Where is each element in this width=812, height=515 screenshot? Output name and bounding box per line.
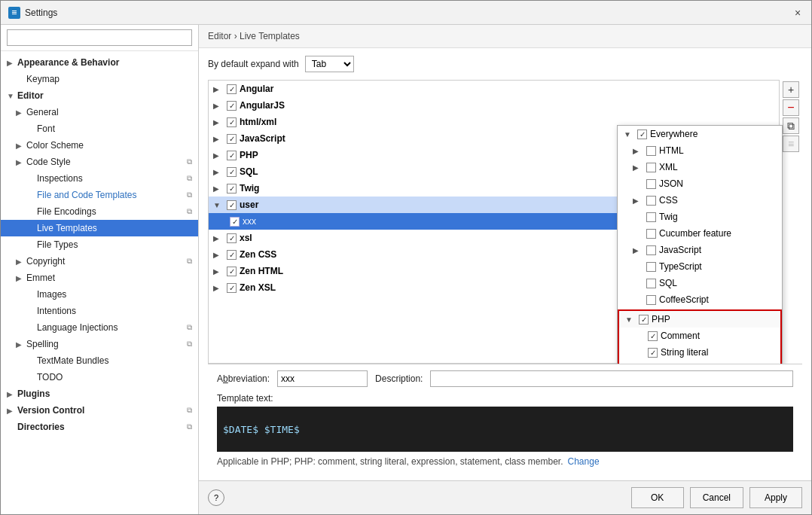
sidebar-item-textmatebundles[interactable]: TextMate Bundles (1, 352, 198, 369)
dropdown-everywhere-checkbox[interactable] (637, 130, 647, 139)
dropdown-label: String literal (661, 347, 708, 358)
sidebar-item-todo[interactable]: TODO (1, 369, 198, 385)
group-checkbox[interactable] (227, 151, 237, 160)
group-checkbox[interactable] (227, 200, 237, 210)
item-checkbox[interactable] (230, 217, 240, 227)
sidebar-item-languageinjections[interactable]: Language Injections ⧉ (1, 319, 198, 336)
window-title: Settings (25, 8, 57, 18)
dropdown-typescript-checkbox[interactable] (646, 262, 656, 272)
dropdown-php-expression[interactable]: Expression (619, 361, 780, 364)
template-text-area[interactable]: $DATE$ $TIME$ (217, 407, 793, 452)
group-checkbox[interactable] (227, 283, 237, 293)
dropdown-json-checkbox[interactable] (646, 179, 656, 189)
dropdown-javascript-checkbox[interactable] (646, 245, 656, 255)
group-checkbox[interactable] (227, 267, 237, 276)
sidebar-item-inspections[interactable]: Inspections ⧉ (1, 170, 198, 187)
help-button[interactable]: ? (208, 489, 224, 506)
close-button[interactable]: × (792, 7, 804, 19)
copy-button[interactable]: ⧉ (783, 117, 799, 134)
sidebar-item-label: Live Templates (37, 223, 97, 233)
dropdown-json[interactable]: JSON (618, 175, 782, 192)
sidebar-section-plugins[interactable]: ▶ Plugins (1, 385, 198, 402)
change-link[interactable]: Change (568, 456, 600, 467)
dropdown-everywhere[interactable]: ▼ Everywhere (618, 126, 782, 142)
add-button[interactable]: + (783, 81, 799, 98)
group-arrow: ▶ (213, 151, 222, 160)
dropdown-php-checkbox[interactable] (639, 315, 649, 325)
sidebar-item-emmet[interactable]: ▶ Emmet (1, 270, 198, 286)
sidebar-item-colorscheme[interactable]: ▶ Color Scheme (1, 137, 198, 154)
copy-icon: ⧉ (187, 257, 192, 266)
dropdown-typescript[interactable]: TypeScript (618, 258, 782, 275)
dropdown-php-stringliteral[interactable]: String literal (619, 344, 780, 361)
template-group-angularjs[interactable]: ▶ AngularJS (209, 97, 779, 114)
sidebar-item-fileencodings[interactable]: File Encodings ⧉ (1, 203, 198, 220)
expand-select[interactable]: Tab Enter Space (305, 56, 354, 72)
sidebar-item-font[interactable]: Font (1, 120, 198, 137)
dropdown-xml-checkbox[interactable] (646, 163, 656, 172)
sidebar-item-general[interactable]: ▶ General (1, 104, 198, 120)
dropdown-sql-checkbox[interactable] (646, 279, 656, 288)
dropdown-twig-checkbox[interactable] (646, 212, 656, 222)
dropdown-css-checkbox[interactable] (646, 196, 656, 206)
group-checkbox[interactable] (227, 167, 237, 177)
sidebar-item-spelling[interactable]: ▶ Spelling ⧉ (1, 336, 198, 352)
sidebar-item-livetemplates[interactable]: Live Templates (1, 220, 198, 236)
abbreviation-input[interactable] (277, 370, 368, 387)
sidebar-item-label: Font (37, 123, 55, 134)
move-button[interactable]: ≡ (783, 136, 799, 152)
group-checkbox[interactable] (227, 134, 237, 144)
dropdown-html-checkbox[interactable] (646, 146, 656, 156)
sidebar-item-editor[interactable]: ▼ Editor (1, 87, 198, 104)
templates-area: ▶ Angular ▶ AngularJS ▶ (208, 80, 802, 364)
copy-icon: ⧉ (187, 190, 192, 200)
svg-rect-3 (12, 11, 17, 11)
dropdown-coffeescript[interactable]: CoffeeScript (618, 291, 782, 308)
dropdown-sql[interactable]: SQL (618, 275, 782, 291)
dropdown-html[interactable]: ▶ HTML (618, 142, 782, 159)
dropdown-php[interactable]: ▼ PHP (619, 311, 780, 328)
dropdown-twig[interactable]: Twig (618, 209, 782, 225)
sidebar-item-versioncontrol[interactable]: ▶ Version Control ⧉ (1, 402, 198, 419)
description-input[interactable] (430, 370, 793, 387)
sidebar-item-intentions[interactable]: Intentions (1, 303, 198, 319)
sidebar-item-label: Color Scheme (26, 140, 84, 151)
sidebar-item-copyright[interactable]: ▶ Copyright ⧉ (1, 253, 198, 270)
sidebar-item-label: Directories (17, 422, 65, 432)
group-checkbox[interactable] (227, 250, 237, 260)
sidebar-item-label: Spelling (26, 339, 59, 349)
group-checkbox[interactable] (227, 101, 237, 111)
sidebar-item-keymap[interactable]: Keymap (1, 71, 198, 87)
sidebar-item-label: Keymap (26, 74, 60, 84)
group-label: Zen CSS (240, 249, 276, 260)
dropdown-css[interactable]: ▶ CSS (618, 192, 782, 209)
dropdown-cucumber-checkbox[interactable] (646, 229, 656, 239)
dropdown-expand-arrow: ▼ (624, 130, 633, 139)
ok-button[interactable]: OK (631, 487, 684, 508)
dropdown-stringliteral-checkbox[interactable] (648, 348, 658, 358)
dropdown-javascript[interactable]: ▶ JavaScript (618, 242, 782, 258)
sidebar-actions: + − ⧉ ≡ (780, 80, 802, 364)
search-input[interactable] (7, 29, 192, 46)
template-group-angular[interactable]: ▶ Angular (209, 81, 779, 97)
dropdown-php-comment[interactable]: Comment (619, 328, 780, 344)
dropdown-label: Cucumber feature (659, 228, 731, 239)
group-checkbox[interactable] (227, 184, 237, 194)
dropdown-coffeescript-checkbox[interactable] (646, 295, 656, 305)
group-checkbox[interactable] (227, 233, 237, 243)
sidebar-item-fileandcode[interactable]: File and Code Templates ⧉ (1, 187, 198, 203)
sidebar-item-images[interactable]: Images (1, 286, 198, 303)
cancel-button[interactable]: Cancel (690, 487, 743, 508)
sidebar-item-codestyle[interactable]: ▶ Code Style ⧉ (1, 154, 198, 170)
sidebar-item-appearance[interactable]: ▶ Appearance & Behavior (1, 54, 198, 71)
dropdown-xml[interactable]: ▶ XML (618, 159, 782, 175)
sidebar-item-directories[interactable]: Directories ⧉ (1, 419, 198, 435)
dropdown-cucumber[interactable]: Cucumber feature (618, 225, 782, 242)
apply-button[interactable]: Apply (749, 487, 802, 508)
group-checkbox[interactable] (227, 84, 237, 94)
copy-icon: ⧉ (187, 406, 192, 415)
dropdown-comment-checkbox[interactable] (648, 331, 658, 341)
sidebar-item-filetypes[interactable]: File Types (1, 236, 198, 253)
remove-button[interactable]: − (783, 99, 799, 116)
group-checkbox[interactable] (227, 117, 237, 127)
